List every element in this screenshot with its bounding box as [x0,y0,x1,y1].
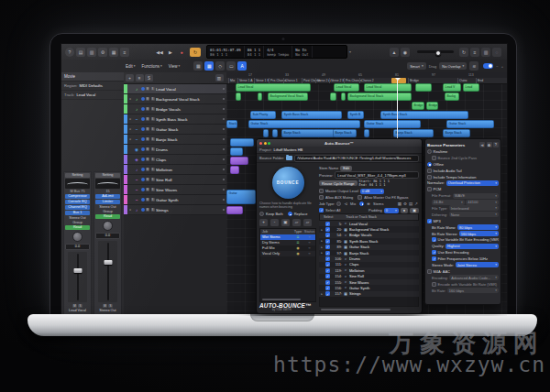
bounce-folder-path[interactable]: /Volumes/Audio Raid/AUTOBOUNCE /Testing/… [294,155,419,162]
solo-button[interactable]: S [78,304,82,308]
region[interactable]: Background Vocal Stack [268,93,308,101]
track-solo-button[interactable]: S [151,117,155,121]
zoom-in-button[interactable]: + [501,64,503,69]
param-select[interactable]: Advanced Audio Code...▾ [449,275,499,280]
duplicate-track-icon[interactable]: ≡ [136,74,144,82]
param-checkbox[interactable] [427,169,432,173]
send-slot[interactable]: Bus 1 [65,211,90,215]
menu-edit[interactable]: Edit▾ [126,64,136,69]
input-monitor-icon[interactable] [141,168,145,171]
region[interactable]: Banjo Stack [393,129,434,137]
param-checkbox[interactable] [427,269,432,274]
project-row[interactable]: Project: Liftoff Masters HB [257,147,422,154]
input-monitor-icon[interactable] [141,87,145,91]
param-select[interactable]: 160 kbps▾ [459,231,499,236]
track-solo-button[interactable]: S [151,97,155,101]
bounce-track-row[interactable]: 154:≈Sine Roll [319,274,419,279]
job-list-scrollbar[interactable] [262,299,301,300]
duplicate-job-icon[interactable]: ▣ [281,219,290,226]
region[interactable]: Guitar Stack [364,120,421,128]
bounce-track-row[interactable]: 156:≈Guitar Synth [319,285,419,290]
param-radio[interactable] [427,162,432,167]
bounce-track-checkbox[interactable] [325,256,330,261]
param-select[interactable]: Interleaved▾ [449,205,499,211]
play-icon[interactable]: ▶ [166,48,175,57]
region[interactable]: Lead Vocal [236,83,311,92]
regions-view-icon[interactable]: ▦ [193,61,203,71]
metronome-icon[interactable]: ▲ [390,48,399,57]
region[interactable]: Lead Vocal [364,83,412,92]
track-solo-button[interactable]: S [151,87,155,91]
lcd-value[interactable]: No Out [295,52,308,57]
bounce-track-row[interactable]: 155:≈Sine Waves [319,279,419,285]
menu-view[interactable]: View▾ [169,64,180,69]
region[interactable]: Synth B [347,111,364,119]
speaker-icon[interactable]: ⊲ [479,142,485,147]
track-solo-button[interactable]: S [151,127,155,131]
region[interactable]: Guitar Stack [446,120,494,128]
count-in-icon[interactable]: ◉ [401,48,410,57]
bounce-track-checkbox[interactable] [325,291,330,296]
zoom-out-button[interactable]: − [496,64,498,69]
reveal-folder-icon[interactable]: ▱ [303,219,312,226]
pan-knob[interactable] [103,221,113,231]
plugin-slot[interactable]: Compressor [65,194,90,199]
track-header-row[interactable]: ▸♪MSStrings [124,205,226,215]
drag-select[interactable]: No Overlap▾ [439,62,467,70]
replace-radio[interactable] [288,212,292,216]
strip-output-label[interactable]: Stereo Out [95,205,120,209]
snap-select[interactable]: Smart▾ [407,62,425,70]
region[interactable]: Synth Bass Stack [281,111,342,119]
track-mute-button[interactable]: M [146,117,149,121]
input-monitor-icon[interactable] [141,117,145,121]
catch-playhead-toggle[interactable] [483,63,493,69]
keep-both-radio[interactable] [259,212,264,216]
rewind-icon[interactable]: ◀◀ [155,48,164,57]
plugin-slot[interactable]: Channel EQ [65,205,90,210]
track-mute-button[interactable]: M [146,137,149,141]
track-solo-button[interactable]: S [151,137,155,141]
browsers-icon[interactable]: ▥ [481,48,490,57]
mute-button[interactable]: M [103,304,107,308]
region[interactable]: Banjo Stack [281,129,335,137]
job-row[interactable]: Dry Stems≣○ [260,240,315,245]
param-checkbox[interactable] [432,156,436,160]
param-checkbox[interactable] [432,282,436,287]
region[interactable]: Stack [226,120,237,128]
param-select[interactable]: WAVE▾ [453,193,499,199]
mute-button[interactable]: M [72,304,77,308]
track-header-row[interactable]: ~MSSine Waves [124,185,226,195]
input-monitor-icon[interactable] [141,188,145,191]
region[interactable] [341,93,346,101]
inspector-region-row[interactable]: Region:MIDI Defaults [61,82,124,91]
bounce-track-checkbox[interactable] [325,286,330,290]
param-select[interactable]: Joint Stereo▾ [456,262,499,267]
track-mute-button[interactable]: M [146,168,149,171]
route-icon[interactable]: ↗ [414,201,418,206]
region[interactable]: Lead [463,83,479,92]
region[interactable]: Backg [445,93,459,101]
open-folder-icon[interactable]: ▱ [292,219,301,226]
param-select[interactable]: 44100▾ [466,200,499,205]
strip-io-label[interactable]: M Bus 75 [65,190,90,193]
track-solo-button[interactable]: S [151,147,155,151]
bounce-track-checkbox[interactable] [325,222,330,226]
lcd-value[interactable]: keep tempo [267,52,289,57]
remove-job-icon[interactable]: - [270,219,279,226]
automation-mode-button[interactable]: Read [65,225,90,230]
param-checkbox[interactable] [432,256,436,261]
track-solo-button[interactable]: S [151,168,155,171]
eq-thumbnail[interactable] [95,179,120,189]
grid-view-icon[interactable]: ▦ [204,61,214,71]
bounce-track-checkbox[interactable] [325,239,330,244]
toolbox-icon[interactable]: ⚙ [98,48,107,57]
stack-bounce-icon[interactable]: ▦ [398,201,402,206]
lcd-value[interactable]: 84 1 1 [248,52,260,57]
channel-fader[interactable] [98,241,117,302]
eq-thumbnail[interactable] [65,179,90,189]
track-mute-button[interactable]: M [146,107,149,111]
region[interactable]: Bridge V [412,102,424,110]
bounce-track-checkbox[interactable] [325,245,330,249]
automation-mode-button[interactable]: Read [95,214,120,219]
track-solo-button[interactable]: S [151,198,155,201]
